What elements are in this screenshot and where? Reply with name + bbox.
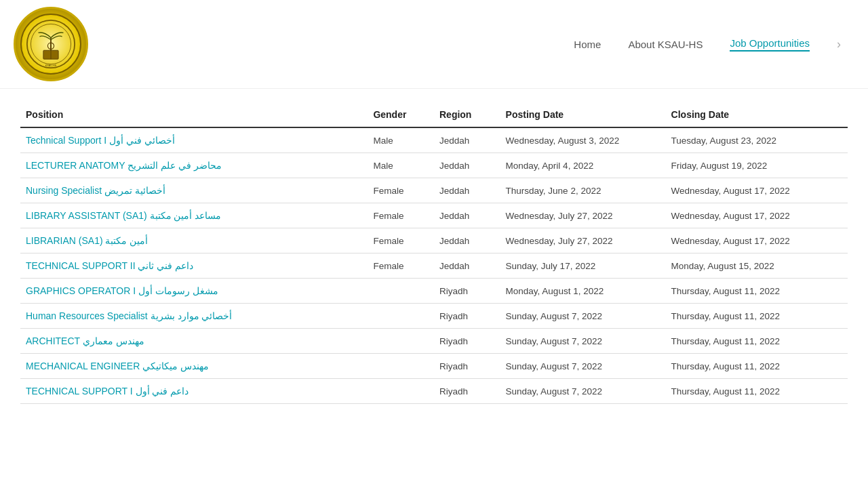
posting-date-cell: Wednesday, August 3, 2022	[500, 127, 666, 153]
table-row: LIBRARIAN (SA1) أمين مكتبةFemaleJeddahWe…	[20, 228, 848, 253]
university-logo: KSAU-HS	[14, 7, 88, 81]
col-header-region: Region	[434, 102, 500, 127]
position-cell: LIBRARY ASSISTANT (SA1) مساعد أمين مكتبة	[20, 203, 368, 228]
table-row: LIBRARY ASSISTANT (SA1) مساعد أمين مكتبة…	[20, 203, 848, 228]
gender-cell: Female	[368, 228, 434, 253]
closing-date-cell: Thursday, August 11, 2022	[666, 329, 848, 354]
table-row: TECHNICAL SUPPORT II داعم فني ثانيFemale…	[20, 253, 848, 279]
region-cell: Jeddah	[434, 153, 500, 178]
gender-cell	[368, 279, 434, 304]
position-link[interactable]: Technical Support I أخصائي فني أول	[26, 135, 175, 146]
svg-text:KSAU-HS: KSAU-HS	[45, 64, 57, 67]
position-cell: Technical Support I أخصائي فني أول	[20, 127, 368, 153]
nav-home[interactable]: Home	[574, 39, 601, 50]
region-cell: Jeddah	[434, 253, 500, 279]
region-cell: Jeddah	[434, 178, 500, 203]
closing-date-cell: Friday, August 19, 2022	[666, 153, 848, 178]
table-row: GRAPHICS OPERATOR I مشغل رسومات أولRiyad…	[20, 279, 848, 304]
posting-date-cell: Wednesday, July 27, 2022	[500, 228, 666, 253]
posting-date-cell: Monday, April 4, 2022	[500, 153, 666, 178]
table-row: MECHANICAL ENGINEER مهندس ميكاتيكيRiyadh…	[20, 354, 848, 379]
closing-date-cell: Wednesday, August 17, 2022	[666, 203, 848, 228]
table-row: ARCHITECT مهندس معماريRiyadhSunday, Augu…	[20, 329, 848, 354]
col-header-gender: Gender	[368, 102, 434, 127]
region-cell: Riyadh	[434, 279, 500, 304]
main-nav: Home About KSAU-HS Job Opportunities ›	[574, 37, 841, 52]
posting-date-cell: Sunday, August 7, 2022	[500, 304, 666, 329]
posting-date-cell: Wednesday, July 27, 2022	[500, 203, 666, 228]
gender-cell: Male	[368, 127, 434, 153]
gender-cell: Female	[368, 178, 434, 203]
position-link[interactable]: MECHANICAL ENGINEER مهندس ميكاتيكي	[26, 361, 209, 371]
position-link[interactable]: Nursing Specialist أخصائية تمريض	[26, 185, 165, 196]
closing-date-cell: Tuesday, August 23, 2022	[666, 127, 848, 153]
position-link[interactable]: TECHNICAL SUPPORT II داعم فني ثاني	[26, 260, 193, 271]
table-row: Technical Support I أخصائي فني أولMaleJe…	[20, 127, 848, 153]
position-link[interactable]: ARCHITECT مهندس معماري	[26, 336, 144, 346]
closing-date-cell: Thursday, August 11, 2022	[666, 354, 848, 379]
position-link[interactable]: TECHNICAL SUPPORT I داعم فني أول	[26, 386, 189, 396]
col-header-closing: Closing Date	[666, 102, 848, 127]
position-cell: ARCHITECT مهندس معماري	[20, 329, 368, 354]
nav-jobs[interactable]: Job Opportunities	[730, 37, 810, 52]
table-row: LECTURER ANATOMY محاضر في علم التشريحMal…	[20, 153, 848, 178]
gender-cell	[368, 354, 434, 379]
gender-cell	[368, 304, 434, 329]
position-link[interactable]: GRAPHICS OPERATOR I مشغل رسومات أول	[26, 285, 218, 296]
col-header-posting: Posting Date	[500, 102, 666, 127]
logo-inner: KSAU-HS	[20, 14, 81, 75]
position-cell: MECHANICAL ENGINEER مهندس ميكاتيكي	[20, 354, 368, 379]
gender-cell: Female	[368, 253, 434, 279]
gender-cell	[368, 329, 434, 354]
closing-date-cell: Thursday, August 11, 2022	[666, 379, 848, 404]
region-cell: Riyadh	[434, 304, 500, 329]
table-header: Position Gender Region Posting Date Clos…	[20, 102, 848, 127]
nav-about[interactable]: About KSAU-HS	[628, 39, 703, 50]
nav-arrow-icon: ›	[837, 37, 841, 52]
table-row: Nursing Specialist أخصائية تمريضFemaleJe…	[20, 178, 848, 203]
jobs-table-container: Position Gender Region Posting Date Clos…	[0, 89, 868, 424]
region-cell: Riyadh	[434, 329, 500, 354]
posting-date-cell: Thursday, June 2, 2022	[500, 178, 666, 203]
position-cell: Nursing Specialist أخصائية تمريض	[20, 178, 368, 203]
site-header: KSAU-HS Home About KSAU-HS Job Opportuni…	[0, 0, 868, 89]
gender-cell: Female	[368, 203, 434, 228]
logo-area: KSAU-HS	[14, 7, 88, 81]
posting-date-cell: Sunday, July 17, 2022	[500, 253, 666, 279]
region-cell: Jeddah	[434, 127, 500, 153]
position-cell: GRAPHICS OPERATOR I مشغل رسومات أول	[20, 279, 368, 304]
closing-date-cell: Thursday, August 11, 2022	[666, 279, 848, 304]
region-cell: Riyadh	[434, 379, 500, 404]
table-body: Technical Support I أخصائي فني أولMaleJe…	[20, 127, 848, 404]
closing-date-cell: Monday, August 15, 2022	[666, 253, 848, 279]
posting-date-cell: Sunday, August 7, 2022	[500, 329, 666, 354]
position-link[interactable]: LECTURER ANATOMY محاضر في علم التشريح	[26, 160, 222, 171]
table-row: Human Resources Specialist أخصائي موارد …	[20, 304, 848, 329]
position-cell: Human Resources Specialist أخصائي موارد …	[20, 304, 368, 329]
gender-cell: Male	[368, 153, 434, 178]
position-link[interactable]: Human Resources Specialist أخصائي موارد …	[26, 310, 232, 321]
region-cell: Jeddah	[434, 228, 500, 253]
table-row: TECHNICAL SUPPORT I داعم فني أولRiyadhSu…	[20, 379, 848, 404]
position-cell: TECHNICAL SUPPORT I داعم فني أول	[20, 379, 368, 404]
region-cell: Jeddah	[434, 203, 500, 228]
closing-date-cell: Wednesday, August 17, 2022	[666, 228, 848, 253]
closing-date-cell: Wednesday, August 17, 2022	[666, 178, 848, 203]
closing-date-cell: Thursday, August 11, 2022	[666, 304, 848, 329]
position-cell: LIBRARIAN (SA1) أمين مكتبة	[20, 228, 368, 253]
position-link[interactable]: LIBRARIAN (SA1) أمين مكتبة	[26, 235, 148, 246]
region-cell: Riyadh	[434, 354, 500, 379]
position-cell: LECTURER ANATOMY محاضر في علم التشريح	[20, 153, 368, 178]
gender-cell	[368, 379, 434, 404]
posting-date-cell: Sunday, August 7, 2022	[500, 379, 666, 404]
position-link[interactable]: LIBRARY ASSISTANT (SA1) مساعد أمين مكتبة	[26, 210, 221, 221]
posting-date-cell: Monday, August 1, 2022	[500, 279, 666, 304]
jobs-table: Position Gender Region Posting Date Clos…	[20, 102, 848, 404]
col-header-position: Position	[20, 102, 368, 127]
position-cell: TECHNICAL SUPPORT II داعم فني ثاني	[20, 253, 368, 279]
posting-date-cell: Sunday, August 7, 2022	[500, 354, 666, 379]
